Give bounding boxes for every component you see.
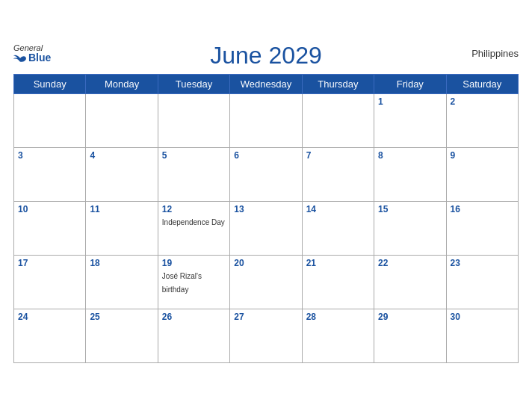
day-number: 17	[18, 258, 81, 268]
day-number: 6	[234, 150, 297, 161]
calendar-cell: 20	[230, 256, 302, 309]
calendar-cell: 26	[158, 309, 229, 363]
day-number: 18	[90, 258, 153, 268]
day-number: 4	[90, 150, 153, 161]
calendar-cell: 1	[374, 94, 446, 148]
weekday-header-sunday: Sunday	[14, 75, 86, 94]
calendar-cell: 6	[230, 148, 302, 202]
week-row-1: 12	[14, 94, 519, 148]
bird-icon	[13, 53, 27, 64]
calendar-cell: 5	[158, 148, 229, 202]
day-number: 16	[451, 204, 514, 214]
calendar-cell	[230, 94, 302, 148]
calendar-cell: 28	[302, 309, 374, 363]
calendar-cell: 24	[14, 309, 86, 363]
weekday-header-thursday: Thursday	[302, 75, 374, 94]
week-row-4: 171819José Rizal's birthday20212223	[14, 256, 519, 309]
calendar-cell: 27	[230, 309, 302, 363]
event-text: José Rizal's birthday	[162, 272, 202, 294]
day-number: 23	[451, 258, 514, 268]
calendar-table: SundayMondayTuesdayWednesdayThursdayFrid…	[13, 74, 519, 363]
weekday-header-wednesday: Wednesday	[230, 75, 302, 94]
calendar-cell	[302, 94, 374, 148]
calendar-cell: 25	[86, 309, 158, 363]
day-number: 9	[451, 150, 514, 161]
calendar-cell: 13	[230, 202, 302, 256]
day-number: 25	[90, 312, 153, 322]
day-number: 1	[378, 96, 442, 107]
day-number: 26	[162, 312, 226, 322]
calendar-title: June 2029	[210, 42, 321, 69]
calendar-cell	[14, 94, 86, 148]
calendar-cell: 12Independence Day	[158, 202, 229, 256]
day-number: 8	[378, 150, 442, 161]
day-number: 13	[234, 204, 297, 214]
weekday-header-tuesday: Tuesday	[158, 75, 229, 94]
day-number: 29	[378, 312, 442, 322]
weekday-header-saturday: Saturday	[446, 75, 518, 94]
event-text: Independence Day	[162, 218, 225, 226]
calendar-cell	[86, 94, 158, 148]
day-number: 10	[18, 204, 81, 214]
calendar-cell: 17	[14, 256, 86, 309]
day-number: 12	[162, 204, 226, 214]
calendar-cell: 14	[302, 202, 374, 256]
day-number: 21	[306, 258, 370, 268]
calendar-cell: 21	[302, 256, 374, 309]
day-number: 2	[451, 96, 514, 107]
day-number: 22	[378, 258, 442, 268]
logo-area: General Blue	[13, 43, 51, 64]
calendar-cell: 10	[14, 202, 86, 256]
day-number: 7	[306, 150, 370, 161]
calendar-cell: 23	[446, 256, 518, 309]
day-number: 27	[234, 312, 297, 322]
calendar-cell: 3	[14, 148, 86, 202]
day-number: 15	[378, 204, 442, 214]
calendar-cell: 7	[302, 148, 374, 202]
weekday-header-row: SundayMondayTuesdayWednesdayThursdayFrid…	[14, 75, 519, 94]
calendar-cell: 8	[374, 148, 446, 202]
week-row-3: 101112Independence Day13141516	[14, 202, 519, 256]
week-row-2: 3456789	[14, 148, 519, 202]
weekday-header-monday: Monday	[86, 75, 158, 94]
calendar-cell: 16	[446, 202, 518, 256]
calendar-cell: 30	[446, 309, 518, 363]
day-number: 28	[306, 312, 370, 322]
day-number: 11	[90, 204, 153, 214]
week-row-5: 24252627282930	[14, 309, 519, 363]
logo-blue: Blue	[13, 52, 51, 64]
calendar-cell: 22	[374, 256, 446, 309]
calendar-cell: 15	[374, 202, 446, 256]
weekday-header-friday: Friday	[374, 75, 446, 94]
day-number: 24	[18, 312, 81, 322]
day-number: 19	[162, 258, 226, 268]
calendar-header: General Blue June 2029 Philippines	[13, 42, 519, 69]
day-number: 30	[451, 312, 514, 322]
calendar-cell: 2	[446, 94, 518, 148]
country-label: Philippines	[471, 48, 519, 59]
calendar-cell	[158, 94, 229, 148]
calendar-cell: 11	[86, 202, 158, 256]
calendar-cell: 19José Rizal's birthday	[158, 256, 229, 309]
day-number: 3	[18, 150, 81, 161]
calendar-cell: 29	[374, 309, 446, 363]
day-number: 20	[234, 258, 297, 268]
calendar-cell: 4	[86, 148, 158, 202]
calendar-cell: 18	[86, 256, 158, 309]
day-number: 5	[162, 150, 226, 161]
calendar-cell: 9	[446, 148, 518, 202]
day-number: 14	[306, 204, 370, 214]
calendar-wrapper: General Blue June 2029 Philippines Sunda…	[0, 34, 532, 377]
